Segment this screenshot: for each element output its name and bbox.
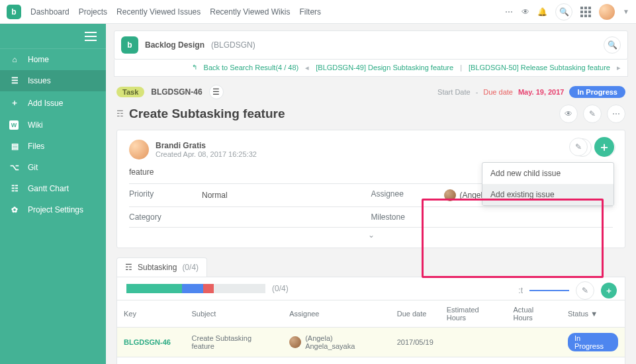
list-icon: ☰ bbox=[9, 76, 20, 85]
progress-row: (0/4) :t ＋ bbox=[117, 277, 625, 300]
nav-filters[interactable]: Filters bbox=[299, 7, 321, 17]
menu-add-new-child[interactable]: Add new child issue bbox=[482, 163, 613, 184]
more-icon bbox=[612, 109, 621, 118]
col-subject[interactable]: Subject bbox=[185, 300, 283, 328]
col-assignee[interactable]: Assignee bbox=[283, 300, 390, 328]
priority-label: Priority bbox=[129, 189, 202, 201]
row-key[interactable]: BLGDSGN-46 bbox=[124, 338, 171, 346]
progress-seg-3 bbox=[203, 284, 214, 293]
app-logo[interactable]: b bbox=[7, 5, 21, 19]
apps-icon[interactable] bbox=[580, 7, 591, 17]
edit-subtask-button[interactable] bbox=[569, 138, 588, 156]
top-nav: Dashboard Projects Recently Viewed Issue… bbox=[30, 7, 321, 17]
assignee-label: Assignee bbox=[371, 189, 444, 201]
project-name: Backlog Design bbox=[145, 40, 204, 50]
nav-projects[interactable]: Projects bbox=[79, 7, 107, 17]
table-row[interactable]: ↳ BLGDSGN-49Design Subtasking featureBra… bbox=[117, 357, 625, 365]
issue-card: ❞ ★ 0 Brandi Gratis Created Apr. 08, 201… bbox=[116, 130, 625, 248]
pencil-icon bbox=[575, 142, 582, 152]
gear-icon: ✿ bbox=[9, 205, 20, 214]
breadcrumb: ↰ Back to Search Result(4 / 48) ◂ [BLGDS… bbox=[114, 60, 628, 77]
nav-recent-wikis[interactable]: Recently Viewed Wikis bbox=[210, 7, 290, 17]
top-actions: ▼ bbox=[505, 3, 629, 21]
crumb-prev[interactable]: [BLGDSGN-49] Design Subtasking feature bbox=[316, 64, 453, 72]
sidebar: ⌂Home ☰Issues ＋Add Issue WWiki ▤Files ⌥G… bbox=[0, 24, 106, 364]
sidebar-item-label: Issues bbox=[28, 76, 51, 85]
subtask-tab-icon: ☶ bbox=[125, 263, 132, 272]
crumb-next[interactable]: [BLGDSGN-50] Release Subtasking feature bbox=[469, 64, 610, 72]
tab-count: (0/4) bbox=[182, 263, 199, 272]
sidebar-item-settings[interactable]: ✿Project Settings bbox=[0, 199, 106, 220]
clipboard-icon: ☰ bbox=[212, 87, 220, 97]
col-est[interactable]: Estimated Hours bbox=[440, 300, 507, 328]
row-status-pill: In Progress bbox=[568, 333, 618, 351]
expand-toggle[interactable]: ⌄ bbox=[129, 228, 613, 242]
subtask-icon: ☶ bbox=[116, 109, 124, 118]
add-child-button-large[interactable]: ＋ bbox=[594, 137, 614, 157]
sidebar-item-add-issue[interactable]: ＋Add Issue bbox=[0, 91, 106, 114]
priority-value: Normal bbox=[202, 189, 228, 201]
author-name: Brandi Gratis bbox=[156, 141, 257, 150]
copy-link-button[interactable]: ☰ bbox=[209, 85, 224, 99]
start-date-value: - bbox=[476, 88, 478, 96]
author-avatar bbox=[129, 140, 149, 159]
hamburger-icon bbox=[85, 32, 97, 41]
edit-button[interactable] bbox=[583, 105, 602, 123]
issue-status-pill[interactable]: In Progress bbox=[569, 86, 625, 98]
watch-icon[interactable] bbox=[522, 7, 529, 17]
sidebar-item-files[interactable]: ▤Files bbox=[0, 136, 106, 157]
user-avatar[interactable] bbox=[599, 4, 615, 20]
sidebar-item-label: Home bbox=[28, 55, 49, 64]
edit-subtasks-button[interactable] bbox=[576, 281, 594, 300]
more-button[interactable] bbox=[607, 105, 625, 123]
nav-dashboard[interactable]: Dashboard bbox=[30, 7, 69, 17]
eye-icon bbox=[565, 109, 572, 118]
col-status[interactable]: Status ▼ bbox=[561, 300, 625, 328]
search-icon bbox=[559, 7, 569, 17]
sidebar-item-wiki[interactable]: WWiki bbox=[0, 114, 106, 136]
row-subject: Design Subtasking feature bbox=[185, 357, 283, 365]
progress-seg-1 bbox=[126, 284, 182, 293]
progress-bar bbox=[126, 284, 265, 293]
nav-recent-issues[interactable]: Recently Viewed Issues bbox=[116, 7, 201, 17]
category-label: Category bbox=[129, 212, 202, 222]
sidebar-toggle[interactable] bbox=[0, 24, 106, 49]
project-header: b Backlog Design (BLGDSGN) bbox=[114, 30, 628, 60]
notifications-icon[interactable] bbox=[537, 7, 547, 17]
sidebar-item-label: Gantt Chart bbox=[28, 184, 69, 193]
more-icon[interactable] bbox=[505, 7, 514, 17]
menu-add-existing[interactable]: Add existing issue bbox=[482, 184, 613, 205]
due-date-value: May. 19, 2017 bbox=[518, 88, 565, 96]
crumb-back[interactable]: Back to Search Result(4 / 48) bbox=[204, 64, 299, 72]
chevron-down-icon[interactable]: ▼ bbox=[623, 8, 629, 15]
sidebar-item-git[interactable]: ⌥Git bbox=[0, 157, 106, 178]
sidebar-item-issues[interactable]: ☰Issues bbox=[0, 70, 106, 91]
active-tab-underline bbox=[529, 290, 569, 291]
row-due: 2017/05/19 bbox=[390, 328, 440, 357]
row-assignee: (Angela) Angela_sayaka bbox=[289, 334, 383, 350]
partial-label: :t bbox=[518, 286, 523, 295]
plus-icon: ＋ bbox=[9, 97, 20, 109]
col-key[interactable]: Key bbox=[117, 300, 185, 328]
sidebar-item-label: Files bbox=[28, 142, 44, 151]
tab-subtasking[interactable]: ☶ Subtasking (0/4) bbox=[116, 257, 207, 277]
project-search-button[interactable] bbox=[604, 36, 621, 54]
project-logo: b bbox=[121, 36, 138, 54]
avatar-icon bbox=[444, 189, 456, 201]
pencil-icon bbox=[582, 286, 588, 295]
chevron-down-icon: ⌄ bbox=[368, 230, 375, 240]
issue-type-chip: Task bbox=[116, 87, 144, 97]
add-child-button[interactable]: ＋ bbox=[601, 283, 617, 298]
col-actual[interactable]: Actual Hours bbox=[507, 300, 561, 328]
created-date: Created Apr. 08, 2017 16:25:32 bbox=[156, 150, 257, 158]
table-row[interactable]: BLGDSGN-46Create Subtasking feature(Ange… bbox=[117, 328, 625, 357]
search-button[interactable] bbox=[555, 3, 572, 21]
home-icon: ⌂ bbox=[9, 55, 20, 64]
col-due[interactable]: Due date bbox=[390, 300, 440, 328]
sidebar-item-gantt[interactable]: ☷Gantt Chart bbox=[0, 178, 106, 199]
sidebar-item-home[interactable]: ⌂Home bbox=[0, 49, 106, 70]
files-icon: ▤ bbox=[9, 142, 20, 151]
watch-button[interactable] bbox=[559, 105, 578, 123]
progress-seg-2 bbox=[182, 284, 203, 293]
due-date-label: Due date bbox=[483, 88, 513, 96]
